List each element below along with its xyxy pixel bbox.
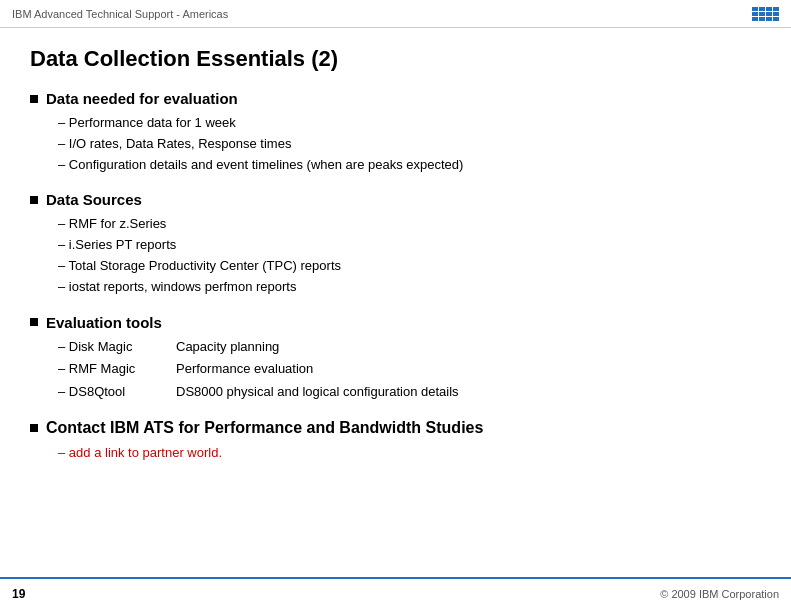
ibm-logo [752, 7, 779, 21]
bullet-icon [30, 424, 38, 432]
contact-link-text: add a link to partner world. [69, 445, 222, 460]
tool-name: DS8Qtool [58, 382, 168, 403]
bullet-icon [30, 196, 38, 204]
section-header-data-sources: Data Sources [30, 191, 761, 208]
section-header-text: Data Sources [46, 191, 142, 208]
bottom-bar: 19 © 2009 IBM Corporation [0, 577, 791, 609]
main-content: Data Collection Essentials (2) Data need… [0, 28, 791, 577]
list-item: Performance data for 1 week [58, 113, 761, 134]
section-header-text: Evaluation tools [46, 314, 162, 331]
section-header-evaluation-tools: Evaluation tools [30, 314, 761, 331]
bullet-icon [30, 95, 38, 103]
tool-description: DS8000 physical and logical configuratio… [176, 382, 761, 403]
section-data-sources: Data Sources RMF for z.Series i.Series P… [30, 191, 761, 297]
section-header-data-needed: Data needed for evaluation [30, 90, 761, 107]
bullet-icon [30, 318, 38, 326]
ibm-logo-bar [759, 7, 765, 11]
section-items-data-needed: Performance data for 1 week I/O rates, D… [58, 113, 761, 175]
list-item: Configuration details and event timeline… [58, 155, 761, 176]
ibm-logo-bar [752, 12, 758, 16]
page-number: 19 [12, 587, 25, 601]
page-title: Data Collection Essentials (2) [30, 46, 761, 72]
ibm-logo-bar [759, 12, 765, 16]
ibm-logo-bar [766, 17, 772, 21]
tools-grid: Disk Magic Capacity planning RMF Magic P… [58, 337, 761, 403]
section-header-text: Contact IBM ATS for Performance and Band… [46, 419, 483, 437]
tool-description: Capacity planning [176, 337, 761, 358]
ibm-logo-bar [752, 7, 758, 11]
ibm-logo-bar [759, 17, 765, 21]
ibm-logo-bar [773, 7, 779, 11]
ibm-logo-bar [773, 17, 779, 21]
section-evaluation-tools: Evaluation tools Disk Magic Capacity pla… [30, 314, 761, 403]
top-bar: IBM Advanced Technical Support - America… [0, 0, 791, 28]
list-item: i.Series PT reports [58, 235, 761, 256]
list-item: Total Storage Productivity Center (TPC) … [58, 256, 761, 277]
contact-link[interactable]: add a link to partner world. [58, 443, 761, 464]
list-item: iostat reports, windows perfmon reports [58, 277, 761, 298]
ibm-logo-bar [752, 17, 758, 21]
ibm-logo-bar [773, 12, 779, 16]
section-contact: Contact IBM ATS for Performance and Band… [30, 419, 761, 464]
list-item: I/O rates, Data Rates, Response times [58, 134, 761, 155]
section-header-contact: Contact IBM ATS for Performance and Band… [30, 419, 761, 437]
header-title: IBM Advanced Technical Support - America… [12, 8, 228, 20]
tool-name: RMF Magic [58, 359, 168, 380]
ibm-logo-bar [766, 12, 772, 16]
section-header-text: Data needed for evaluation [46, 90, 238, 107]
section-data-needed: Data needed for evaluation Performance d… [30, 90, 761, 175]
ibm-logo-bar [766, 7, 772, 11]
tool-description: Performance evaluation [176, 359, 761, 380]
list-item: RMF for z.Series [58, 214, 761, 235]
copyright-text: © 2009 IBM Corporation [660, 588, 779, 600]
section-items-data-sources: RMF for z.Series i.Series PT reports Tot… [58, 214, 761, 297]
tool-name: Disk Magic [58, 337, 168, 358]
